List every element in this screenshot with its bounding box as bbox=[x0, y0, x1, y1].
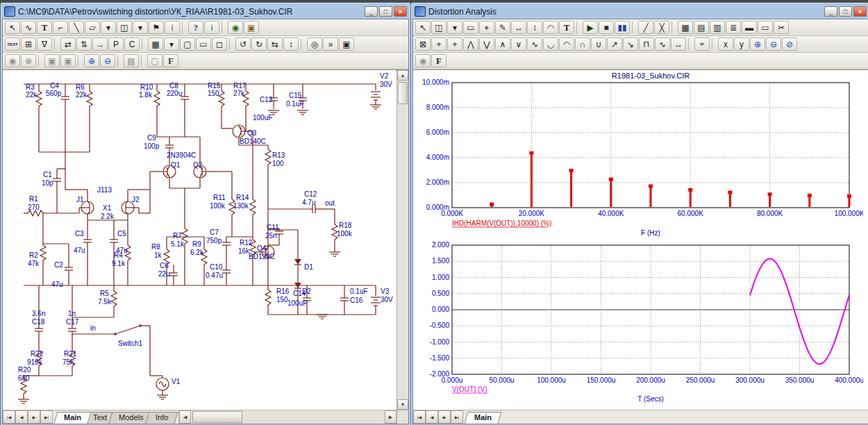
globe-icon[interactable]: ◉ bbox=[228, 21, 243, 34]
cursor-lines-button[interactable]: ╳ bbox=[654, 21, 669, 34]
high-button[interactable]: ∧ bbox=[495, 38, 510, 51]
nav-prev-button[interactable]: ◀ bbox=[426, 410, 438, 424]
node-numbers-toggle[interactable]: ⇄ bbox=[60, 38, 76, 51]
fall-time-button[interactable]: ↘ bbox=[623, 38, 638, 51]
vertical-scroll-thumb[interactable] bbox=[398, 82, 408, 104]
min-button[interactable]: ◡ bbox=[543, 38, 558, 51]
inflection-button[interactable]: ∿ bbox=[527, 38, 542, 51]
zoom-area-button[interactable]: ▣ bbox=[339, 38, 354, 51]
close-circle-icon[interactable]: ⊗ bbox=[21, 54, 36, 67]
point-tag-button[interactable]: ✎ bbox=[495, 21, 510, 34]
grid-toggle[interactable]: ▦ bbox=[148, 38, 163, 51]
nav-prev-button[interactable]: ◀ bbox=[15, 410, 28, 424]
horizontal-tag-button[interactable]: ↔ bbox=[511, 21, 526, 34]
go-to-y-button[interactable]: y bbox=[734, 38, 749, 51]
horizontal-axis-toggle[interactable]: ▭ bbox=[758, 21, 773, 34]
peak-button[interactable]: ⋀ bbox=[463, 38, 478, 51]
power-display-toggle[interactable]: P bbox=[108, 38, 124, 51]
ortho-wire-tool[interactable]: ⌐ bbox=[53, 21, 68, 34]
close-button[interactable]: × bbox=[853, 6, 867, 17]
text-display-button[interactable]: TEXT bbox=[5, 38, 20, 51]
select-tool[interactable]: ↖ bbox=[415, 21, 431, 34]
pin-tool[interactable]: i bbox=[165, 21, 180, 34]
flip-x-button[interactable]: ⇆ bbox=[267, 38, 283, 51]
nav-last-button[interactable]: ▶| bbox=[40, 410, 53, 424]
zoom-auto-button[interactable]: ⊘ bbox=[782, 38, 797, 51]
repeat-find-button[interactable]: » bbox=[323, 38, 338, 51]
width-button[interactable]: ↔ bbox=[671, 38, 686, 51]
close-button[interactable]: × bbox=[394, 6, 407, 17]
border-toggle[interactable]: ▢ bbox=[180, 38, 195, 51]
component-tool[interactable]: ◫ bbox=[117, 21, 132, 34]
valley-button[interactable]: ⋁ bbox=[479, 38, 494, 51]
text-tool[interactable]: T bbox=[559, 21, 574, 34]
help-mode-button[interactable]: ? bbox=[188, 21, 203, 34]
tab-main[interactable]: Main bbox=[465, 412, 502, 424]
text-tool[interactable]: T bbox=[37, 21, 52, 34]
zoom-in-button[interactable]: ⊕ bbox=[750, 38, 765, 51]
grid-dropdown[interactable]: ▾ bbox=[164, 38, 179, 51]
rise-time-button[interactable]: ↗ bbox=[607, 38, 622, 51]
zoom-out-button[interactable]: ⊖ bbox=[100, 54, 115, 67]
nav-first-button[interactable]: |◀ bbox=[413, 410, 426, 424]
performance-tag-button[interactable]: ◠ bbox=[543, 21, 558, 34]
component-dropdown[interactable]: ▾ bbox=[133, 21, 148, 34]
rotate-ccw-button[interactable]: ↺ bbox=[235, 38, 251, 51]
waveform-dropdown[interactable]: ▾ bbox=[447, 21, 462, 34]
flag-tool[interactable]: ⚑ bbox=[149, 21, 164, 34]
diagonal-wire-tool[interactable]: ╲ bbox=[69, 21, 84, 34]
add-tag-left-button[interactable]: + bbox=[431, 38, 446, 51]
low-button[interactable]: ∨ bbox=[511, 38, 526, 51]
info-circle-icon[interactable]: ◉ bbox=[5, 54, 20, 67]
tab-info[interactable]: Info bbox=[145, 412, 178, 424]
minimize-button[interactable]: _ bbox=[824, 6, 837, 17]
nav-first-button[interactable]: |◀ bbox=[3, 410, 15, 424]
left-titlebar[interactable]: C:\MC9\DATA\Petrov\switching distortion\… bbox=[2, 4, 409, 19]
add-waveform-button[interactable]: ◫ bbox=[431, 21, 446, 34]
slider-button[interactable]: ╱ bbox=[638, 21, 653, 34]
nav-next-button[interactable]: ▶ bbox=[438, 410, 451, 424]
rotate-cw-button[interactable]: ↻ bbox=[251, 38, 267, 51]
find-button[interactable]: ◎ bbox=[307, 38, 322, 51]
maximize-button[interactable]: □ bbox=[839, 6, 852, 17]
pin-numbers-toggle[interactable]: ⊞ bbox=[21, 38, 36, 51]
vertical-scrollbar[interactable]: ▲ ▼ bbox=[397, 70, 408, 410]
scroll-right-button[interactable]: ▶ bbox=[385, 410, 397, 424]
tokens-toggle[interactable]: ▤ bbox=[694, 21, 709, 34]
bottom-button[interactable]: ∪ bbox=[591, 38, 606, 51]
run-button[interactable]: ▶ bbox=[583, 21, 598, 34]
horizontal-scrollbar[interactable]: ◀ ▶ bbox=[178, 410, 397, 424]
scale-mode-button[interactable]: ▭ bbox=[463, 21, 478, 34]
status-circle-icon[interactable]: ◉ bbox=[415, 54, 431, 67]
copy-window-icon[interactable]: ▣ bbox=[60, 54, 76, 67]
flip-y-button[interactable]: ↕ bbox=[283, 38, 299, 51]
cursor-mode-button[interactable]: ⌖ bbox=[479, 21, 494, 34]
region-icon[interactable]: ▢ bbox=[147, 54, 162, 67]
add-tag-right-button[interactable]: + bbox=[447, 38, 462, 51]
horizontal-scroll-track[interactable] bbox=[191, 410, 385, 424]
minimize-button[interactable]: _ bbox=[365, 6, 378, 17]
graphics-tool[interactable]: ▱ bbox=[85, 21, 100, 34]
frequency-button[interactable]: ∿ bbox=[655, 38, 670, 51]
picture-icon[interactable]: ▣ bbox=[244, 21, 259, 34]
zoom-in-button[interactable]: ⊕ bbox=[84, 54, 99, 67]
baseline-toggle[interactable]: ▬ bbox=[742, 21, 757, 34]
tab-main[interactable]: Main bbox=[54, 412, 92, 424]
nav-last-button[interactable]: ▶| bbox=[451, 410, 463, 424]
current-display-toggle[interactable]: → bbox=[92, 38, 108, 51]
copy-page-icon[interactable]: ▣ bbox=[44, 54, 60, 67]
analysis-plot-area[interactable]: R1981-03_Sukhov.CIR0.000m2.000m4.000m6.0… bbox=[413, 69, 868, 410]
scope-cut-button[interactable]: ✂ bbox=[774, 21, 789, 34]
schematic-canvas[interactable]: R322kC4560pR622kR101.8kC8220uR15150R1727… bbox=[3, 69, 408, 410]
go-to-x-button[interactable]: x bbox=[718, 38, 733, 51]
grid-text-toggle[interactable]: ∇ bbox=[37, 38, 52, 51]
title-block-toggle[interactable]: ▭ bbox=[196, 38, 211, 51]
wire-mode-tool[interactable]: ∿ bbox=[21, 21, 36, 34]
period-button[interactable]: ⊓ bbox=[639, 38, 654, 51]
max-button[interactable]: ◠ bbox=[559, 38, 574, 51]
camera-icon[interactable]: ▤ bbox=[124, 54, 139, 67]
font-button[interactable]: F bbox=[163, 54, 178, 67]
plus-mark-toggle[interactable]: ≣ bbox=[726, 21, 741, 34]
vertical-tag-button[interactable]: ↕ bbox=[527, 21, 542, 34]
condition-display-toggle[interactable]: C bbox=[124, 38, 140, 51]
